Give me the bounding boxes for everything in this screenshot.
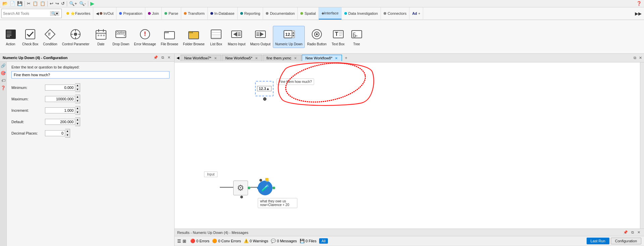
workflow5-tab[interactable]: New Workflow5* ✕ xyxy=(222,55,262,61)
zoom-in-btn[interactable]: 🔍+ xyxy=(68,1,78,6)
tab-prev-btn[interactable]: ◀ xyxy=(175,55,181,61)
panel-float-btn[interactable]: ⧉ xyxy=(160,55,165,60)
sidebar-icon-3[interactable]: 🏷 xyxy=(1,78,6,83)
results-float-btn[interactable]: ⧉ xyxy=(630,230,635,235)
tab-spatial[interactable]: Spatial xyxy=(298,7,319,19)
decimal-input[interactable] xyxy=(45,130,65,136)
tool-date[interactable]: Date xyxy=(92,26,110,48)
results-grid-view[interactable]: ⊞ xyxy=(183,239,186,244)
decimal-down[interactable]: ▼ xyxy=(65,133,70,137)
maximum-down[interactable]: ▼ xyxy=(75,99,80,103)
tab-close-btn[interactable]: ✕ xyxy=(638,55,643,61)
open-btn[interactable]: 📂 xyxy=(1,1,9,6)
configuration-btn[interactable]: Configuration xyxy=(611,238,641,244)
tool-folderbrowse[interactable]: Folder Browse xyxy=(181,26,207,48)
transform-dot xyxy=(184,12,187,15)
panel-pin-btn[interactable]: 📌 xyxy=(152,55,159,60)
new-btn[interactable]: 📄 xyxy=(9,1,16,6)
tool-dropdown[interactable]: Option Drop Down xyxy=(110,26,132,48)
workflow8-tab[interactable]: New Workflow8* ✕ xyxy=(302,55,342,61)
tool-macrooutput[interactable]: Macro Output xyxy=(248,26,273,48)
workflow8-close[interactable]: ✕ xyxy=(334,56,338,60)
tab-transform[interactable]: Transform xyxy=(181,7,208,19)
tab-inout[interactable]: ◀ In/Out xyxy=(93,7,116,19)
minimum-down[interactable]: ▼ xyxy=(75,88,80,92)
run-btn[interactable]: ▶ xyxy=(89,0,95,7)
filter-all-btn[interactable]: All xyxy=(319,238,328,244)
refresh-btn[interactable]: ↺ xyxy=(60,1,66,6)
copy-btn[interactable]: 📋 xyxy=(32,1,39,6)
increment-spinbox: ▲ ▼ xyxy=(45,106,80,115)
tab-indatabase[interactable]: In-Database xyxy=(208,7,238,19)
tool-tree[interactable]: Tree xyxy=(347,26,366,48)
tool-numeric[interactable]: 12.3 Numeric Up Down xyxy=(273,26,305,48)
gear-node[interactable]: ⚙ xyxy=(233,181,248,195)
help-btn[interactable]: ❓ xyxy=(635,1,643,6)
numeric-label: Numeric Up Down xyxy=(275,42,302,46)
config-panel: Numeric Up Down (4) - Configuration 📌 ⧉ … xyxy=(0,54,175,246)
increment-up[interactable]: ▲ xyxy=(75,106,80,110)
tab-datainv[interactable]: Data Investigation xyxy=(342,7,381,19)
tab-add-btn[interactable]: + xyxy=(343,55,349,61)
tab-join[interactable]: Join xyxy=(145,7,162,19)
maximum-up[interactable]: ▲ xyxy=(75,95,80,99)
increment-down[interactable]: ▼ xyxy=(75,110,80,114)
question-input[interactable] xyxy=(11,71,169,79)
tool-condition[interactable]: If Condition xyxy=(41,26,59,48)
canvas-area[interactable]: 12.3▲ Fine them how much? Input ⚙ xyxy=(175,62,644,229)
panel-close-btn[interactable]: ✕ xyxy=(166,55,171,60)
sidebar-icon-1[interactable]: 🔗 xyxy=(1,63,6,68)
zoom-out-btn[interactable]: 🔍- xyxy=(78,1,87,6)
tool-controlparam[interactable]: Control Parameter xyxy=(60,26,92,48)
search-btn[interactable]: 🔍▾ xyxy=(50,11,59,16)
workflow5-close[interactable]: ✕ xyxy=(254,56,258,60)
formula-node[interactable]: 🧪 xyxy=(258,181,273,195)
maximum-input[interactable] xyxy=(45,96,75,102)
tab-float-btn[interactable]: ⧉ xyxy=(632,55,638,61)
tab-connectors[interactable]: Connectors xyxy=(381,7,409,19)
default-down[interactable]: ▼ xyxy=(75,122,80,126)
increment-input[interactable] xyxy=(45,107,75,113)
tool-radiobutton[interactable]: Radio Button xyxy=(305,26,329,48)
tab-parse[interactable]: Parse xyxy=(162,7,181,19)
workflow7-close[interactable]: ✕ xyxy=(213,56,217,60)
tab-preparation[interactable]: Preparation xyxy=(116,7,145,19)
undo-btn[interactable]: ↩ xyxy=(49,1,54,6)
decimal-up[interactable]: ▲ xyxy=(65,129,70,133)
sidebar-icon-2[interactable]: 🎯 xyxy=(1,70,6,76)
tool-checkbox[interactable]: Check Box xyxy=(20,26,41,48)
minimum-up[interactable]: ▲ xyxy=(75,84,80,88)
tab-favorites[interactable]: ⭐ Favorites xyxy=(64,7,93,19)
lastrun-btn[interactable]: Last Run xyxy=(587,238,609,244)
tool-filebrowse[interactable]: File Browse xyxy=(158,26,181,48)
tab-interface[interactable]: ◈ Interface xyxy=(319,7,342,19)
paste-btn[interactable]: 📋 xyxy=(39,1,46,6)
tab-reporting[interactable]: Reporting xyxy=(238,7,263,19)
canvas-scrollbar-v[interactable] xyxy=(640,62,644,229)
tab-documentation[interactable]: Documentation xyxy=(263,7,298,19)
results-close-btn[interactable]: ✕ xyxy=(636,230,641,235)
numeric-node[interactable]: 12.3▲ xyxy=(255,81,274,96)
expand-ribbon-btn[interactable]: ▶▶ xyxy=(634,7,643,19)
tool-action[interactable]: Action xyxy=(1,26,20,48)
finethemyxmc-tab[interactable]: fine them.yxmc ✕ xyxy=(263,55,301,61)
save-btn[interactable]: 💾 xyxy=(16,1,23,6)
finethemyxmc-close[interactable]: ✕ xyxy=(293,56,297,60)
sidebar-icon-4[interactable]: ❓ xyxy=(1,85,6,91)
results-list-view[interactable]: ☰ xyxy=(177,239,181,244)
tool-textbox[interactable]: T Text Box xyxy=(329,26,347,48)
workflow7-tab[interactable]: New Workflow7* ✕ xyxy=(181,55,221,61)
tab-ad[interactable]: Ad + xyxy=(409,7,423,19)
redo-btn[interactable]: ↪ xyxy=(54,1,60,6)
cut-btn[interactable]: ✂ xyxy=(26,1,32,6)
results-pin-btn[interactable]: 📌 xyxy=(622,230,629,235)
search-input[interactable] xyxy=(3,11,50,15)
tool-error[interactable]: ! Error Message xyxy=(132,26,158,48)
tool-listbox[interactable]: List Box xyxy=(207,26,226,48)
minimum-input[interactable] xyxy=(45,85,75,91)
default-up[interactable]: ▲ xyxy=(75,118,80,122)
tool-macroinput[interactable]: Macro Input xyxy=(226,26,248,48)
macroinput-label: Macro Input xyxy=(228,42,246,46)
default-input[interactable] xyxy=(45,119,75,125)
formula-top-dot-1 xyxy=(259,179,262,182)
